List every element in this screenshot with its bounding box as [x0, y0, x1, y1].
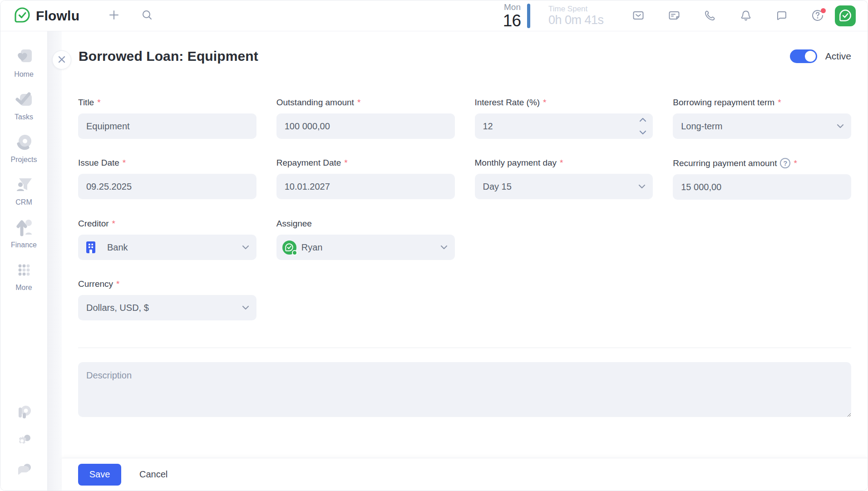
calendar-widget[interactable]: Mon 16: [503, 3, 521, 29]
gear-icon: [15, 433, 33, 452]
stepper-up-button[interactable]: [639, 118, 646, 122]
sidebar-item-crm[interactable]: CRM: [0, 169, 47, 212]
topbar-right: Mon 16 Time Spent 0h 0m 41s: [503, 0, 868, 31]
settings-button[interactable]: [15, 433, 33, 451]
brand[interactable]: Flowlu: [14, 7, 79, 25]
tasks-icon: [15, 90, 34, 110]
save-button[interactable]: Save: [78, 464, 121, 486]
search-button[interactable]: [141, 9, 153, 22]
calendar-accent-bar: [527, 4, 530, 28]
field-label: Monthly payment day*: [475, 158, 653, 168]
mail-icon: [632, 9, 645, 23]
description-textarea[interactable]: [78, 362, 851, 417]
sidebar: Home Tasks Projects CRM Finance: [0, 31, 48, 491]
required-asterisk: *: [357, 98, 360, 108]
partner-program-button[interactable]: [15, 404, 33, 422]
online-status-dot: [292, 250, 297, 255]
required-asterisk: *: [112, 219, 115, 229]
help-button[interactable]: [811, 10, 824, 22]
loan-form: Title* Outstanding amount* Interest Rate…: [62, 81, 868, 419]
currency-value: Dollars, USD, $: [78, 303, 149, 313]
section-divider: [78, 348, 851, 348]
chevron-down-icon: [440, 243, 448, 251]
repayment-term-select[interactable]: Long-term: [673, 113, 851, 139]
field-label: Issue Date*: [78, 158, 256, 168]
topbar: Flowlu Mon 16 Time Spent 0h 0m 41s: [0, 0, 868, 31]
topbar-icon-group: [632, 10, 824, 22]
field-issue-date: Issue Date*: [78, 158, 256, 200]
sidebar-item-label: CRM: [15, 198, 32, 206]
field-label: Currency*: [78, 279, 256, 289]
required-asterisk: *: [794, 158, 797, 168]
status-toggle-group: Active: [790, 49, 851, 63]
flowlu-logo-icon: [14, 7, 30, 25]
sidebar-item-projects[interactable]: Projects: [0, 127, 47, 169]
user-avatar[interactable]: [835, 5, 856, 26]
crm-icon: [15, 176, 34, 196]
monthly-payment-day-select[interactable]: Day 15: [475, 174, 653, 199]
repayment-date-input[interactable]: [276, 174, 455, 199]
notifications-button[interactable]: [740, 10, 752, 22]
issue-date-input[interactable]: [78, 174, 256, 199]
required-asterisk: *: [778, 98, 781, 108]
close-panel-button[interactable]: [52, 50, 71, 69]
field-creditor: Creditor* Bank: [78, 219, 256, 260]
sidebar-item-tasks[interactable]: Tasks: [0, 84, 47, 127]
chat-icon: [775, 9, 788, 23]
field-label: Recurring payment amount ? *: [673, 158, 851, 168]
panel-backdrop-gutter: [48, 31, 62, 491]
assignee-value: Ryan: [301, 242, 323, 253]
sidebar-item-finance[interactable]: Finance: [0, 212, 47, 255]
chat-button[interactable]: [775, 10, 788, 22]
create-new-button[interactable]: [108, 9, 120, 23]
flowlu-app-window: Flowlu Mon 16 Time Spent 0h 0m 41s: [0, 0, 868, 491]
field-label: Title*: [78, 98, 256, 108]
grid-spacer: [475, 219, 653, 260]
notes-button[interactable]: [668, 10, 681, 22]
calendar-weekday: Mon: [503, 3, 521, 11]
assignee-select[interactable]: Ryan: [276, 235, 455, 260]
currency-select[interactable]: Dollars, USD, $: [78, 295, 256, 320]
time-spent-label: Time Spent: [548, 5, 616, 14]
outstanding-amount-input[interactable]: [276, 113, 455, 139]
sidebar-item-home[interactable]: Home: [0, 41, 47, 84]
stepper-down-button[interactable]: [639, 130, 646, 135]
creditor-value: Bank: [102, 242, 128, 253]
field-label: Interest Rate (%)*: [475, 98, 653, 108]
avatar-shield-check-icon: [838, 9, 852, 24]
bank-building-icon: [85, 241, 96, 254]
page-title: Borrowed Loan: Equipment: [79, 49, 258, 64]
creditor-select[interactable]: Bank: [78, 235, 256, 260]
projects-icon: [15, 133, 34, 153]
toggle-knob: [805, 51, 816, 62]
time-spent-widget[interactable]: Time Spent 0h 0m 41s: [548, 5, 616, 28]
description-wrap: [78, 362, 851, 419]
phone-button[interactable]: [704, 10, 716, 22]
required-asterisk: *: [344, 158, 347, 168]
mail-button[interactable]: [632, 10, 645, 22]
field-outstanding-amount: Outstanding amount*: [276, 98, 455, 139]
field-monthly-payment-day: Monthly payment day* Day 15: [475, 158, 653, 200]
speech-bubble-icon: [15, 462, 33, 481]
cancel-button[interactable]: Cancel: [139, 469, 168, 480]
sidebar-item-label: Tasks: [15, 113, 33, 121]
chevron-down-icon: [638, 182, 646, 191]
help-tooltip-icon[interactable]: ?: [780, 158, 790, 168]
calendar-day: 16: [503, 12, 521, 29]
field-recurring-payment-amount: Recurring payment amount ? *: [673, 158, 851, 200]
title-input[interactable]: [78, 113, 256, 139]
chevron-down-icon: [242, 243, 249, 251]
active-toggle[interactable]: [790, 49, 817, 63]
feedback-button[interactable]: [15, 462, 33, 480]
more-grid-icon: [15, 261, 34, 281]
issue-date-input-wrap: [78, 174, 256, 199]
interest-rate-input[interactable]: [475, 113, 653, 139]
sidebar-bottom-icons: [15, 404, 33, 491]
recurring-payment-amount-input[interactable]: [673, 174, 851, 200]
grid-spacer: [673, 219, 851, 260]
phone-icon: [704, 9, 716, 23]
panel-header: Borrowed Loan: Equipment Active: [62, 31, 868, 81]
field-label: Assignee: [276, 219, 455, 229]
sidebar-item-more[interactable]: More: [0, 255, 47, 297]
field-interest-rate: Interest Rate (%)*: [475, 98, 653, 139]
